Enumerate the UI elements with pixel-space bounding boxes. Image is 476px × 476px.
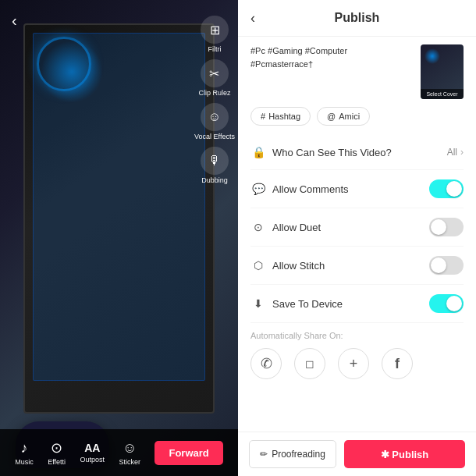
bottom-effects[interactable]: ⊙ Effetti [48,439,66,466]
visibility-chevron: › [460,147,464,158]
allow-comments-toggle[interactable] [429,179,464,198]
publish-header: ‹ Publish [238,0,476,37]
publish-content: #Pc #Gaming #Computer #Pcmasterrace† # H… [238,37,476,432]
bottom-music[interactable]: ♪ Music [15,440,34,466]
proofread-label: Proofreading [272,449,325,460]
dubbing-icon: 🎙 [201,147,229,175]
editor-back-button[interactable]: ‹ [12,12,17,30]
publish-button[interactable]: ✱ Publish [344,440,465,468]
allow-duet-label: Allow Duet [272,222,429,233]
sidebar-item-vocal-effects[interactable]: ☺ Vocal Effects [194,103,235,140]
allow-duet-setting: ⊙ Allow Duet [250,208,464,247]
pc-case-visual [23,23,215,414]
allow-comments-label: Allow Comments [272,183,429,195]
visibility-label: Who Can See This Video? [272,147,447,158]
vocal-effects-icon: ☺ [201,103,229,131]
effects-icon: ⊙ [51,439,62,456]
bottom-sticker[interactable]: ☺ Sticker [119,440,140,466]
effects-label: Effetti [48,458,66,466]
hashtag-icon: # [261,112,265,121]
sidebar-item-clip-rules[interactable]: ✂ Clip Rulez [198,59,230,97]
publish-footer: ✏ Proofreading ✱ Publish [238,432,476,476]
friends-button[interactable]: @ Amici [317,107,370,126]
whatsapp-share-button[interactable]: ✆ [250,348,282,379]
editor-sidebar: ⊞ Filtri ✂ Clip Rulez ☺ Vocal Effects 🎙 … [191,16,238,184]
hashtag-line-1: #Pc #Gaming #Computer [250,44,413,58]
thumbnail-glow [424,48,440,64]
publish-title: Publish [335,11,380,25]
stitch-icon: ⬡ [250,258,266,273]
sidebar-item-filters[interactable]: ⊞ Filtri [201,16,229,53]
friends-label: Amici [339,112,360,121]
forward-button[interactable]: Forward [155,441,222,465]
filters-icon: ⊞ [201,16,229,44]
text-label: Outpost [80,456,105,464]
hashtag-label: Hashtag [268,112,300,121]
clip-rules-label: Clip Rulez [198,89,230,97]
save-device-label: Save To Device [272,298,429,310]
sidebar-item-dubbing[interactable]: 🎙 Dubbing [201,147,229,184]
toggle-knob [446,296,462,311]
caption-area: #Pc #Gaming #Computer #Pcmasterrace† [250,44,464,99]
tags-row: # Hashtag @ Amici [250,107,464,126]
sticker-icon: ☺ [123,440,137,456]
allow-stitch-label: Allow Stitch [272,260,429,272]
comments-icon: 💬 [250,181,266,197]
facebook-share-button[interactable]: f [382,348,413,379]
at-icon: @ [327,112,336,121]
cover-thumbnail[interactable] [421,44,464,99]
allow-stitch-setting: ⬡ Allow Stitch [250,247,464,285]
save-icon: ⬇ [250,296,266,311]
bottom-text[interactable]: AA Outpost [80,442,105,464]
hashtag-line-2: #Pcmasterrace† [250,58,413,71]
pc-fan [37,37,91,91]
publish-panel: ‹ Publish #Pc #Gaming #Computer #Pcmaste… [238,0,476,476]
allow-stitch-toggle[interactable] [429,256,464,275]
proofread-button[interactable]: ✏ Proofreading [249,440,336,468]
pencil-icon: ✏ [260,449,268,460]
vocal-effects-label: Vocal Effects [194,133,235,140]
toggle-knob [446,181,462,197]
visibility-value: All [447,147,457,158]
share-label: Automatically Share On: [250,331,464,340]
caption-text[interactable]: #Pc #Gaming #Computer #Pcmasterrace† [250,44,413,99]
hashtag-button[interactable]: # Hashtag [250,107,311,126]
share-section: Automatically Share On: ✆ ◻ + f [250,331,464,379]
dubbing-label: Dubbing [201,176,228,184]
toggle-knob [431,219,446,235]
publish-back-button[interactable]: ‹ [250,10,255,27]
toggle-knob [431,258,446,273]
instagram-share-button[interactable]: ◻ [294,348,325,379]
video-editor-panel: ‹ ⊞ Filtri ✂ Clip Rulez ☺ Vocal Effects … [0,0,238,476]
filters-label: Filtri [208,45,222,53]
allow-comments-setting: 💬 Allow Comments [250,170,464,208]
save-device-setting: ⬇ Save To Device [250,285,464,323]
lock-icon: 🔒 [250,144,266,160]
text-icon: AA [84,442,100,454]
save-device-toggle[interactable] [429,294,464,313]
clip-rules-icon: ✂ [201,59,229,87]
allow-duet-toggle[interactable] [429,218,464,236]
share-icons-row: ✆ ◻ + f [250,348,464,379]
video-preview: ‹ ⊞ Filtri ✂ Clip Rulez ☺ Vocal Effects … [0,0,238,476]
music-icon: ♪ [20,440,27,456]
sticker-label: Sticker [119,458,140,466]
editor-bottom-bar: ♪ Music ⊙ Effetti AA Outpost ☺ Sticker F… [0,429,238,476]
music-label: Music [15,458,34,466]
visibility-setting[interactable]: 🔒 Who Can See This Video? All › [250,135,464,170]
add-share-button[interactable]: + [338,348,369,379]
duet-icon: ⊙ [250,219,266,235]
